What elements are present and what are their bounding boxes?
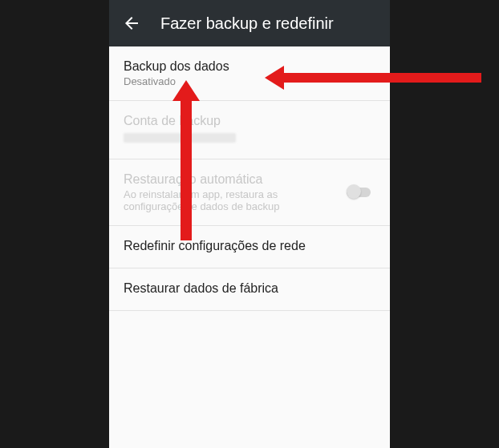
backup-account-item: Conta de backup <box>109 101 390 159</box>
item-subtitle: Desativado <box>124 75 375 87</box>
settings-screen: Fazer backup e redefinir Backup dos dado… <box>109 0 390 448</box>
item-title: Restaurar dados de fábrica <box>124 281 375 296</box>
app-bar: Fazer backup e redefinir <box>109 0 390 46</box>
auto-restore-item: Restauração automática Ao reinstalar um … <box>109 159 390 226</box>
back-arrow-icon[interactable] <box>122 14 141 33</box>
item-subtitle: Ao reinstalar um app, restaura as config… <box>124 188 339 212</box>
redacted-account <box>124 133 236 143</box>
factory-reset-item[interactable]: Restaurar dados de fábrica <box>109 268 390 311</box>
item-title: Redefinir configurações de rede <box>124 239 375 253</box>
settings-list: Backup dos dados Desativado Conta de bac… <box>109 46 390 448</box>
reset-network-item[interactable]: Redefinir configurações de rede <box>109 226 390 268</box>
page-title: Fazer backup e redefinir <box>160 14 334 33</box>
item-title: Restauração automática <box>124 172 339 187</box>
auto-restore-toggle <box>347 184 375 200</box>
item-title: Conta de backup <box>124 114 375 128</box>
item-title: Backup dos dados <box>124 59 375 74</box>
backup-data-item[interactable]: Backup dos dados Desativado <box>109 46 390 101</box>
